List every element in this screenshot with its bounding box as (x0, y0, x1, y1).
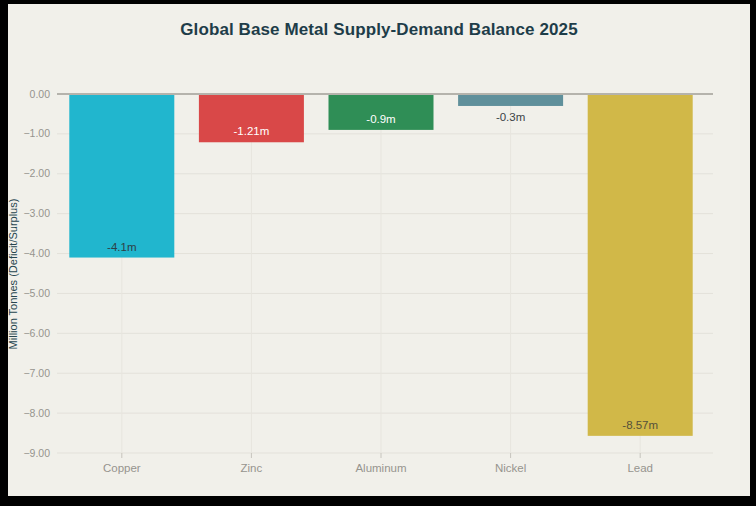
chart-svg: 0.00−1.00−2.00−3.00−4.00−5.00−6.00−7.00−… (8, 4, 750, 496)
x-tick-label: Copper (103, 462, 141, 474)
x-tick-label: Lead (627, 462, 653, 474)
y-tick-label: −8.00 (23, 407, 50, 419)
bar-value-label: -0.3m (496, 111, 525, 123)
x-tick-label: Aluminum (355, 462, 406, 474)
y-tick-label: −5.00 (23, 287, 50, 299)
x-tick-label: Nickel (495, 462, 526, 474)
bar-value-label: -1.21m (234, 125, 270, 137)
y-tick-label: −3.00 (23, 207, 50, 219)
y-tick-label: −2.00 (23, 167, 50, 179)
bar-value-label: -8.57m (622, 419, 658, 431)
y-tick-label: −7.00 (23, 367, 50, 379)
y-axis-title: Million Tonnes (Deficit/Surplus) (7, 144, 19, 404)
bar-lead (588, 95, 693, 436)
y-tick-label: −6.00 (23, 327, 50, 339)
bar-copper (69, 95, 174, 258)
chart-window: Global Base Metal Supply-Demand Balance … (0, 0, 756, 506)
bar-value-label: -0.9m (366, 113, 395, 125)
x-tick-label: Zinc (241, 462, 263, 474)
chart-title: Global Base Metal Supply-Demand Balance … (8, 20, 750, 40)
y-tick-label: −9.00 (23, 447, 50, 459)
y-tick-label: −4.00 (23, 247, 50, 259)
chart-surface: Global Base Metal Supply-Demand Balance … (8, 4, 750, 496)
bar-nickel (458, 95, 563, 106)
y-tick-label: −1.00 (23, 127, 50, 139)
y-tick-label: 0.00 (30, 88, 51, 100)
bar-value-label: -4.1m (107, 241, 136, 253)
